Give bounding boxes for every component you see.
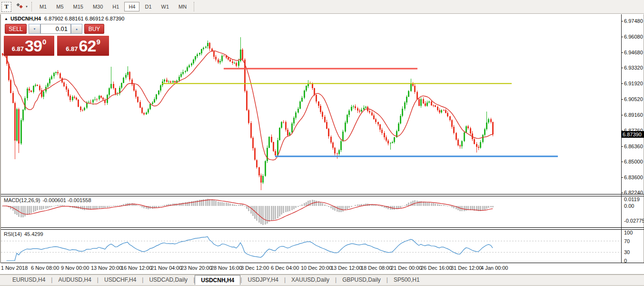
collapse-triangle-icon[interactable]: ▲ xyxy=(4,17,8,21)
date-axis-label: 16 Nov 12:00 xyxy=(121,265,152,271)
axis-tick xyxy=(621,162,623,162)
macd-values: -0.000601 -0.001558 xyxy=(42,197,91,203)
tab-xauusd-daily[interactable]: XAUUSD,Daily xyxy=(286,275,335,285)
macd-scale-label: -0.027754 xyxy=(624,218,644,224)
toolbar-separator xyxy=(194,2,195,11)
axis-tick xyxy=(621,52,623,53)
macd-scale-label: 0.00 xyxy=(624,203,634,209)
price-axis-label: 6.94680 xyxy=(624,50,643,55)
top-toolbar: T ▼ M1M5M15M30H1H4D1W1MN xyxy=(0,0,644,14)
timeframe-mn[interactable]: MN xyxy=(174,2,191,11)
price-axis-label: 6.83600 xyxy=(624,174,643,180)
date-axis-label: 4 Jan 00:00 xyxy=(481,265,508,271)
timeframe-d1[interactable]: D1 xyxy=(140,2,156,11)
price-axis-label: 6.85000 xyxy=(624,159,643,164)
date-axis-label: 13 Dec 12:00 xyxy=(331,265,362,271)
date-axis-label: 3 Dec 12:00 xyxy=(241,265,269,271)
date-axis-label: 28 Nov 16:00 xyxy=(211,265,242,271)
tab-eurusd-h4[interactable]: EURUSD,H4 xyxy=(7,275,51,285)
tab-gbpusd-daily[interactable]: GBPUSD,Daily xyxy=(337,275,386,285)
buy-price-box[interactable]: 6.87 62 9 xyxy=(57,36,109,56)
rsi-scale-label: 70 xyxy=(624,238,630,244)
price-axis-label: 6.82240 xyxy=(624,190,643,195)
arrows-objects-icon xyxy=(16,2,24,11)
rsi-value: 45.4299 xyxy=(24,231,43,237)
macd-indicator-pane[interactable] xyxy=(0,196,644,227)
axis-tick xyxy=(621,68,623,68)
timeframe-m15[interactable]: M15 xyxy=(69,2,88,11)
timeframe-h1[interactable]: H1 xyxy=(108,2,123,11)
rsi-label: RSI(14)45.4299 xyxy=(4,231,43,237)
tab-sp500-h1[interactable]: SP500,H1 xyxy=(388,275,426,285)
chart-title: ▲ USDCNH,H4 6.87902 6.88161 6.86912 6.87… xyxy=(4,16,124,21)
timeframe-m5[interactable]: M5 xyxy=(52,2,68,11)
date-axis-label: 23 Nov 20:00 xyxy=(181,265,212,271)
pane-divider[interactable] xyxy=(1,227,644,228)
axis-tick xyxy=(621,146,623,147)
chart-ohlc-values: 6.87902 6.88161 6.86912 6.87390 xyxy=(44,16,124,21)
tab-usdjpy-h4[interactable]: USDJPY,H4 xyxy=(242,275,284,285)
volume-decrease-button[interactable]: ▼ xyxy=(29,24,40,34)
timeframe-w1[interactable]: W1 xyxy=(157,2,174,11)
macd-name: MACD(12,26,9) xyxy=(4,197,40,203)
rsi-scale-label: 30 xyxy=(624,249,630,255)
tab-usdcnh-h4[interactable]: USDCNH,H4 xyxy=(195,275,240,285)
rsi-scale-label: 100 xyxy=(624,230,633,235)
timeframe-toolbar: M1M5M15M30H1H4D1W1MN xyxy=(35,2,192,11)
macd-label: MACD(12,26,9)-0.000601 -0.001558 xyxy=(4,197,91,203)
pane-divider[interactable] xyxy=(1,194,644,194)
price-axis-label: 6.90520 xyxy=(624,96,643,102)
sell-price-box[interactable]: 6.87 39 0 xyxy=(4,36,54,56)
date-axis-label: 18 Dec 08:00 xyxy=(361,265,392,271)
tab-usdcad-daily[interactable]: USDCAD,Daily xyxy=(143,275,193,285)
objects-arrows-button[interactable]: ▼ xyxy=(14,2,30,12)
date-axis-label: 31 Dec 12:00 xyxy=(451,265,482,271)
date-axis-label: 21 Dec 00:00 xyxy=(391,265,422,271)
text-tool-button[interactable]: T xyxy=(1,2,11,12)
rsi-name: RSI(14) xyxy=(4,231,22,237)
price-axis-label: 6.97480 xyxy=(624,18,643,24)
buy-price-big: 62 xyxy=(79,37,96,54)
axis-tick xyxy=(621,83,623,84)
sell-price-sup: 0 xyxy=(42,38,46,46)
tab-usdchf-h4[interactable]: USDCHF,H4 xyxy=(99,275,142,285)
axis-tick xyxy=(621,177,623,178)
buy-button[interactable]: BUY xyxy=(84,24,104,34)
timeframe-h4[interactable]: H4 xyxy=(124,2,139,11)
buy-price-sup: 9 xyxy=(96,38,100,46)
volume-increase-button[interactable]: ▲ xyxy=(71,24,82,34)
price-axis-line xyxy=(621,14,622,274)
sell-button[interactable]: SELL xyxy=(5,24,27,34)
chart-tabs-bar: EURUSD,H4|AUDUSD,H4|USDCHF,H4|USDCAD,Dai… xyxy=(0,275,644,285)
date-axis[interactable]: 1 Nov 20186 Nov 08:009 Nov 00:0013 Nov 2… xyxy=(0,263,644,274)
timeframe-m30[interactable]: M30 xyxy=(89,2,107,11)
chevron-down-icon: ▼ xyxy=(25,5,28,8)
axis-tick xyxy=(621,99,623,100)
sell-price-big: 39 xyxy=(25,37,42,54)
price-axis-label: 6.89160 xyxy=(624,112,643,118)
price-axis-label: 6.96080 xyxy=(624,34,643,40)
toolbar-separator xyxy=(31,2,32,11)
axis-tick xyxy=(621,37,623,37)
date-axis-label: 9 Nov 00:00 xyxy=(61,265,89,271)
axis-tick xyxy=(621,115,623,115)
macd-scale-label: 0.0119 xyxy=(624,196,640,202)
volume-input[interactable] xyxy=(40,24,71,34)
date-axis-label: 10 Dec 20:00 xyxy=(301,265,332,271)
date-axis-label: 26 Dec 16:00 xyxy=(421,265,452,271)
timeframe-m1[interactable]: M1 xyxy=(35,2,51,11)
rsi-indicator-pane[interactable] xyxy=(0,230,644,263)
axis-tick xyxy=(621,21,623,21)
price-axis-label: 6.86360 xyxy=(624,143,643,149)
sell-price-small: 6.87 xyxy=(12,45,24,52)
date-axis-label: 6 Dec 04:00 xyxy=(271,265,299,271)
one-click-trading-panel: SELL ▼ ▲ BUY 6.87 39 0 6.87 62 9 xyxy=(4,24,109,56)
date-axis-label: 6 Nov 08:00 xyxy=(31,265,59,271)
tab-audusd-h4[interactable]: AUDUSD,H4 xyxy=(52,275,97,285)
date-axis-label: 21 Nov 04:00 xyxy=(151,265,182,271)
price-axis-label: 6.93320 xyxy=(624,65,643,71)
current-price-tag: 6.87390 xyxy=(622,131,644,138)
date-axis-label: 1 Nov 2018 xyxy=(1,265,28,271)
chart-symbol: USDCNH,H4 xyxy=(10,16,41,21)
axis-tick xyxy=(621,193,623,193)
